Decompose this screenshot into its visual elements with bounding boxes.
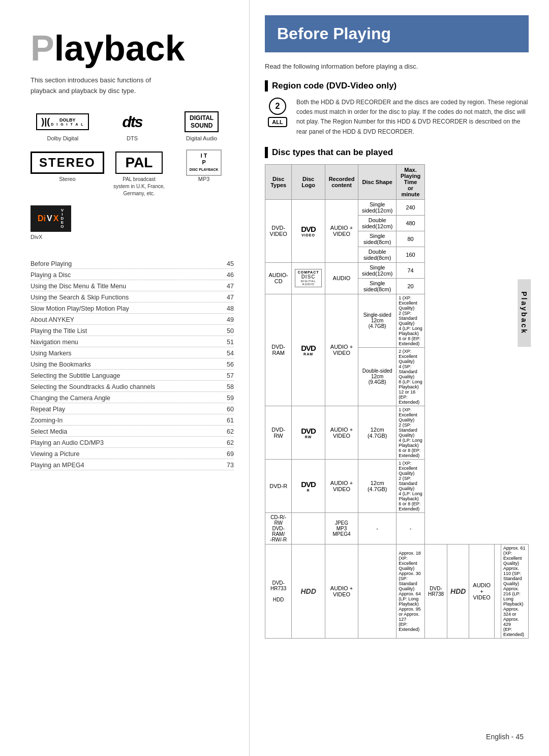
logo-divx: DiVX VIDEO (30, 205, 71, 232)
logo-pal-label: PAL broadcast system in U.K, France, Ger… (113, 176, 165, 197)
toc-item-3: Using the Search & Skip Functions47 (30, 294, 234, 303)
cdr-logo (292, 512, 325, 544)
dvd-video-shape-1: Single sided(12cm) (358, 199, 396, 215)
logo-dts: dts DTS (100, 109, 165, 141)
dvd-ram-logo: DVD RAM (292, 294, 325, 406)
logo-pal: PAL PAL broadcast system in U.K, France,… (109, 149, 169, 197)
dvd-video-logo: DVD VIDEO (292, 199, 325, 262)
before-playing-header: Before Playing (265, 15, 529, 52)
toc-item-18: Playing an MPEG473 (30, 462, 234, 470)
hr733-time: Approx. 18 (XP: Excellent Quality)Approx… (396, 544, 425, 638)
logo-stereo: STEREO Stereo (30, 149, 104, 197)
logos-row3: DiVX VIDEO DivX (30, 205, 234, 240)
region-description: Both the HDD & DVD RECORDER and the disc… (296, 98, 529, 137)
dvd-r-shape: 12cm (4.7GB) (358, 459, 396, 512)
dvd-r-type: DVD-R (265, 459, 292, 512)
table-row-dvd-ram-1: DVD-RAM DVD RAM AUDIO + VIDEO Single-sid… (265, 294, 529, 347)
disc-types-heading: Disc types that can be played (265, 147, 529, 158)
dvd-ram-content: AUDIO + VIDEO (325, 294, 358, 406)
th-disc-logo: Disc Logo (292, 164, 325, 199)
section-bar-icon-2 (265, 147, 268, 158)
th-disc-shape: Disc Shape (358, 164, 396, 199)
section-bar-icon (265, 80, 268, 92)
toc-item-6: Playing the Title List50 (30, 327, 234, 336)
hr738-type: DVD-HR738 (424, 544, 447, 638)
title-rest: layback (54, 28, 185, 68)
dvd-rw-content: AUDIO + VIDEO (325, 406, 358, 459)
logo-divx-label: DivX (30, 234, 42, 240)
region-info: 2 ALL Both the HDD & DVD RECORDER and th… (265, 98, 529, 137)
dvd-r-logo: DVD R (292, 459, 325, 512)
region-code-heading: Region code (DVD-Video only) (265, 80, 529, 92)
footer-page: 45 (515, 733, 524, 741)
toc-item-2: Using the Disc Menu & Title Menu47 (30, 283, 234, 291)
side-playback-label: Playback (518, 279, 531, 347)
hr738-shape (495, 544, 501, 638)
audio-cd-shape-1: Single sided(12cm) (358, 262, 396, 278)
toc-item-4: Slow Motion Play/Step Motion Play48 (30, 305, 234, 314)
hr738-time: Approx. 61 (XP: Excellent Quality)Approx… (501, 544, 529, 638)
left-column: Playback This section introduces basic f… (0, 0, 249, 756)
audio-cd-time-1: 74 (396, 262, 425, 278)
right-column: Before Playing Read the following inform… (249, 0, 549, 756)
page-wrapper: Playback This section introduces basic f… (0, 0, 549, 756)
intro-text: Read the following information before pl… (265, 63, 529, 70)
dvd-video-shape-2: Double sided(12cm) (358, 215, 396, 231)
table-row-dvd-video-1: DVD-VIDEO DVD VIDEO AUDIO + VIDEO Single… (265, 199, 529, 215)
section-title: Playback (30, 31, 234, 66)
hr738-logo: HDD (447, 544, 469, 638)
dvd-video-time-1: 240 (396, 199, 425, 215)
logo-dts-label: DTS (127, 135, 138, 141)
dvd-rw-logo: DVD RW (292, 406, 325, 459)
toc: Before Playing45 Playing a Disc46 Using … (30, 260, 234, 470)
audio-cd-logo: COMPACT DISC DIGITAL AUDIO (292, 262, 325, 294)
cdr-content: JPEGMP3MPEG4 (325, 512, 358, 544)
audio-cd-type: AUDIO-CD (265, 262, 292, 294)
logo-digital-sound-label: Digital Audio (186, 135, 217, 141)
th-max-time: Max. Playing Timeor minute (396, 164, 425, 199)
logo-mp3: I TPDISC PLAYBACK MP3 (174, 149, 234, 197)
hr733-type: DVD-HR733HDD (265, 544, 292, 638)
hr738-content: AUDIO + VIDEO (469, 544, 495, 638)
th-disc-types: Disc Types (265, 164, 292, 199)
dvd-r-time: 1 (XP: Excellent Quality)2 (SP: Standard… (396, 459, 425, 512)
toc-item-9: Using the Bookmarks56 (30, 361, 234, 370)
toc-item-0: Before Playing45 (30, 260, 234, 269)
region-icons: 2 ALL (265, 98, 290, 137)
dvd-ram-shape-1: Single-sided12cm (4.7GB) (358, 294, 396, 347)
logo-digital-sound: DIGITALSOUND Digital Audio (169, 109, 234, 141)
toc-item-14: Zooming-In61 (30, 417, 234, 426)
title-first-letter: P (30, 28, 54, 68)
table-header-row: Disc Types Disc Logo Recorded content Di… (265, 164, 529, 199)
dvd-ram-shape-2: Double-sided12cm (9.4GB) (358, 347, 396, 406)
table-row-dvd-rw: DVD-RW DVD RW AUDIO + VIDEO 12cm (4.7GB)… (265, 406, 529, 459)
dvd-rw-shape: 12cm (4.7GB) (358, 406, 396, 459)
audio-cd-content: AUDIO (325, 262, 358, 294)
toc-item-16: Playing an Audio CD/MP362 (30, 439, 234, 448)
all-badge: ALL (268, 117, 287, 127)
toc-item-17: Viewing a Picture69 (30, 450, 234, 459)
dvd-video-shape-3: Single sided(8cm) (358, 231, 396, 247)
audio-cd-shape-2: Single sided(8cm) (358, 278, 396, 294)
toc-item-1: Playing a Disc46 (30, 271, 234, 280)
disc-types-table: Disc Types Disc Logo Recorded content Di… (265, 164, 529, 639)
dvd-video-content: AUDIO + VIDEO (325, 199, 358, 262)
logos-row2: STEREO Stereo PAL PAL broadcast system i… (30, 149, 234, 197)
toc-item-12: Changing the Camera Angle59 (30, 395, 234, 403)
dvd-rw-type: DVD-RW (265, 406, 292, 459)
th-recorded-content: Recorded content (325, 164, 358, 199)
logos-row1: )|( DOLBY D I G I T A L Dolby Digital dt… (30, 109, 234, 141)
toc-item-11: Selecting the Soundtracks & Audio channe… (30, 383, 234, 392)
toc-item-15: Select Media62 (30, 428, 234, 437)
toc-item-5: About ANYKEY49 (30, 316, 234, 325)
audio-cd-time-2: 20 (396, 278, 425, 294)
table-row-dvd-r: DVD-R DVD R AUDIO + VIDEO 12cm (4.7GB) 1… (265, 459, 529, 512)
cdr-type: CD-R/-RWDVD-RAM/-RW/-R (265, 512, 292, 544)
page-footer: English - 45 (486, 733, 524, 741)
toc-item-7: Navigation menu51 (30, 339, 234, 347)
toc-item-10: Selecting the Subtitle Language57 (30, 372, 234, 381)
dvd-video-time-4: 160 (396, 247, 425, 262)
toc-item-8: Using Markers54 (30, 350, 234, 358)
logo-dolby-label: Dolby Digital (47, 135, 78, 141)
hr733-shape (358, 544, 396, 638)
